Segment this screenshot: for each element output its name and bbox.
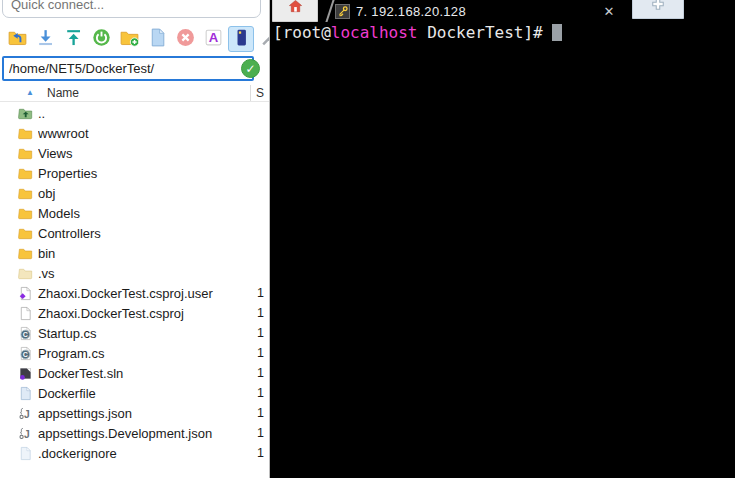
refresh-button[interactable] [88,26,114,52]
file-size: 1 [257,326,270,340]
column-header-size[interactable]: S [256,86,264,100]
path-input[interactable] [4,61,252,76]
new-folder-button[interactable] [116,26,142,52]
folder-icon [18,206,33,221]
file-name: obj [38,186,257,201]
hidden-folder-icon [18,266,33,281]
parent-folder-icon [18,106,33,121]
file-name: .vs [38,266,257,281]
file-size: 1 [257,426,270,440]
list-item[interactable]: .dockerignore1 [0,443,270,463]
folder-icon [18,226,33,241]
file-size: 1 [257,366,270,380]
file-name: Views [38,146,257,161]
file-size: 1 [257,286,270,300]
file-list-header: ▲ Name S [0,85,270,102]
download-button[interactable] [32,26,58,52]
json-file-icon: J [18,426,33,441]
json-file-icon: J [18,406,33,421]
list-item[interactable]: Properties [0,163,270,183]
solution-file-icon [18,366,33,381]
column-header-name[interactable]: Name [47,86,79,100]
panel-toggle-icon [231,27,252,52]
upload-icon [63,27,84,52]
list-item[interactable]: .vs [0,263,270,283]
list-item[interactable]: .. [0,103,270,123]
list-item[interactable]: Zhaoxi.DockerTest.csproj.user1 [0,283,270,303]
new-file-button[interactable] [144,26,170,52]
sftp-panel: A ✓ ▲ Name S ..wwwrootViewsPropertiesobj… [0,0,270,478]
folder-icon [18,126,33,141]
prompt-host: localhost [331,23,418,42]
file-icon [18,306,33,321]
tab-session[interactable]: 7. 192.168.20.128 [332,0,632,22]
file-size: 1 [257,306,270,320]
font-icon: A [203,27,224,52]
file-name: Properties [38,166,257,181]
csharp-file-icon: C [18,346,33,361]
list-item[interactable]: Dockerfile1 [0,383,270,403]
folder-icon [18,246,33,261]
list-item[interactable]: wwwroot [0,123,270,143]
wand-icon [259,27,271,52]
file-name: bin [38,246,257,261]
list-item[interactable]: DockerTest.sln1 [0,363,270,383]
parent-directory-button[interactable] [4,26,30,52]
column-divider[interactable] [250,85,251,101]
new-file-icon [147,27,168,52]
file-name: Program.cs [38,346,257,361]
close-icon[interactable]: ✕ [600,2,618,20]
terminal-tab-bar: 7. 192.168.20.128 ✕ [270,0,735,22]
path-bar [2,56,254,81]
file-size: 1 [257,346,270,360]
list-item[interactable]: Jappsettings.Development.json1 [0,423,270,443]
file-name: Models [38,206,257,221]
file-name: appsettings.Development.json [38,426,257,441]
terminal-output[interactable]: [root@localhost DockerTest]# [270,22,735,478]
tab-home[interactable] [272,0,318,22]
prompt-suffix: DockerTest]# [418,23,553,42]
csharp-file-icon: C [18,326,33,341]
file-name: Controllers [38,226,257,241]
file-name: appsettings.json [38,406,257,421]
list-item[interactable]: Controllers [0,223,270,243]
file-size: 1 [257,406,270,420]
list-item[interactable]: bin [0,243,270,263]
sort-asc-icon: ▲ [26,88,34,97]
list-item[interactable]: CStartup.cs1 [0,323,270,343]
key-icon [335,4,350,19]
list-item[interactable]: CProgram.cs1 [0,343,270,363]
csproj-user-file-icon [18,286,33,301]
folder-icon [18,166,33,181]
folder-icon [18,146,33,161]
terminal-panel: 7. 192.168.20.128 ✕ [root@localhost Dock… [270,0,735,478]
file-name: Zhaoxi.DockerTest.csproj.user [38,286,257,301]
quick-connect-input[interactable] [2,0,261,18]
delete-button[interactable] [172,26,198,52]
list-item[interactable]: obj [0,183,270,203]
upload-button[interactable] [60,26,86,52]
folder-up-icon [7,27,28,52]
svg-text:J: J [24,408,30,419]
new-tab-button[interactable] [632,0,684,19]
refresh-icon [91,27,112,52]
file-list: ..wwwrootViewsPropertiesobjModelsControl… [0,103,270,463]
svg-text:A: A [208,30,218,45]
rename-button[interactable]: A [200,26,226,52]
file-name: Zhaoxi.DockerTest.csproj [38,306,257,321]
svg-text:J: J [24,428,30,439]
connection-status-icon: ✓ [241,59,260,78]
list-item[interactable]: Zhaoxi.DockerTest.csproj1 [0,303,270,323]
file-name: .dockerignore [38,446,257,461]
svg-text:C: C [23,330,28,337]
list-item[interactable]: Views [0,143,270,163]
toolbar: A [4,26,270,54]
file-name: Startup.cs [38,326,257,341]
list-item[interactable]: Jappsettings.json1 [0,403,270,423]
tools-button[interactable] [256,26,270,52]
toggle-panel-button[interactable] [228,26,254,52]
home-icon [288,0,303,18]
file-size: 1 [257,386,270,400]
file-name: Dockerfile [38,386,257,401]
list-item[interactable]: Models [0,203,270,223]
